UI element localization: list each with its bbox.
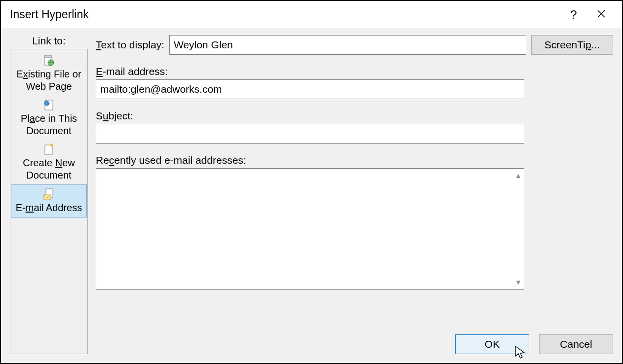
- recent-emails-label: Recently used e-mail addresses:: [96, 154, 613, 166]
- text-to-display-label: Text to display:: [96, 39, 164, 51]
- email-address-label: E-mail address:: [96, 66, 613, 77]
- link-to-item-label: E-mail Address: [16, 202, 82, 213]
- scroll-up-icon: ▲: [515, 172, 522, 180]
- dialog-body: Link to: Existing File or Web Page: [1, 28, 622, 363]
- text-to-display-row: Text to display: ScreenTip...: [96, 35, 613, 55]
- link-to-create-new-doc[interactable]: Create New Document: [11, 140, 87, 184]
- dialog-title: Insert Hyperlink: [10, 8, 560, 21]
- subject-input[interactable]: [96, 124, 524, 144]
- scroll-down-icon: ▼: [515, 278, 522, 286]
- link-to-item-label: Place in This Document: [21, 113, 77, 136]
- dialog-footer: OK Cancel: [96, 323, 613, 354]
- screentip-button[interactable]: ScreenTip...: [531, 35, 613, 55]
- main-column: Text to display: ScreenTip... E-mail add…: [96, 33, 613, 354]
- email-doc-icon: [42, 188, 55, 201]
- link-to-item-label: Existing File or Web Page: [16, 69, 81, 92]
- link-to-item-label: Create New Document: [23, 157, 75, 181]
- help-button[interactable]: ?: [560, 9, 587, 21]
- text-to-display-input[interactable]: [169, 35, 526, 55]
- close-button[interactable]: [587, 9, 615, 21]
- link-to-existing-file[interactable]: Existing File or Web Page: [11, 51, 87, 96]
- link-to-list: Existing File or Web Page Place in This …: [10, 49, 88, 354]
- link-to-column: Link to: Existing File or Web Page: [10, 33, 88, 354]
- scrollbar[interactable]: ▲ ▼: [513, 169, 524, 289]
- link-to-heading: Link to:: [32, 35, 66, 47]
- file-web-icon: [42, 54, 55, 67]
- insert-hyperlink-dialog: Insert Hyperlink ? Link to: Existing Fil…: [0, 0, 623, 364]
- email-address-input[interactable]: [96, 79, 524, 99]
- new-doc-icon: [42, 143, 55, 156]
- cancel-button[interactable]: Cancel: [539, 334, 613, 354]
- bookmark-doc-icon: [42, 99, 55, 111]
- titlebar: Insert Hyperlink ?: [1, 1, 622, 28]
- subject-label: Subject:: [96, 110, 613, 122]
- svg-rect-4: [45, 145, 52, 154]
- link-to-email-address[interactable]: E-mail Address: [11, 184, 87, 218]
- ok-button[interactable]: OK: [455, 334, 529, 354]
- recent-emails-listbox[interactable]: ▲ ▼: [96, 168, 524, 290]
- close-icon: [596, 9, 606, 19]
- link-to-place-in-doc[interactable]: Place in This Document: [11, 96, 87, 140]
